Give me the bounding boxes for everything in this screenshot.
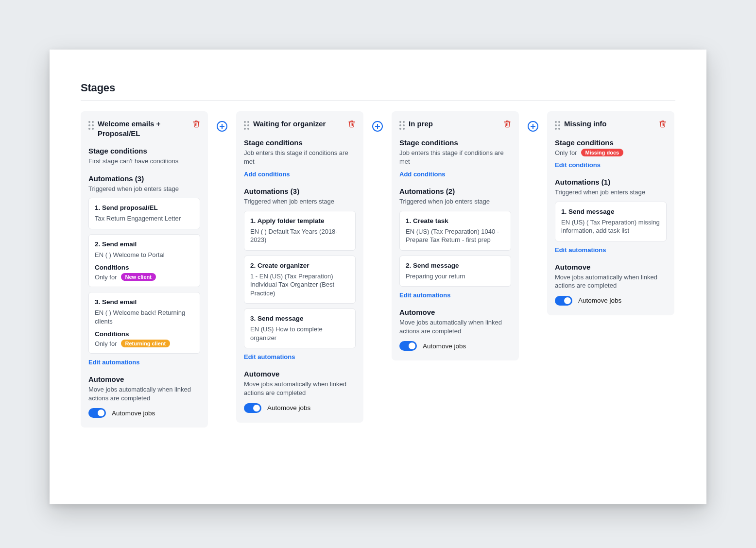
edit-automations-link[interactable]: Edit automations bbox=[555, 246, 606, 254]
edit-automations-link[interactable]: Edit automations bbox=[399, 291, 450, 299]
automation-card[interactable]: 1. Send proposal/EL Tax Return Engagemen… bbox=[88, 198, 200, 229]
conditions-desc: First stage can't have conditions bbox=[88, 157, 200, 166]
automove-header: Automove bbox=[88, 375, 200, 383]
add-stage-button[interactable] bbox=[528, 121, 538, 132]
automation-body: Tax Return Engagement Letter bbox=[95, 214, 194, 223]
automation-title: 2. Create organizer bbox=[250, 262, 349, 269]
automation-title: 1. Send message bbox=[561, 208, 660, 215]
automation-card[interactable]: 3. Send email EN ( ) Welcome back! Retur… bbox=[88, 292, 200, 354]
automations-desc: Triggered when job enters stage bbox=[399, 197, 511, 206]
automation-body: Preparing your return bbox=[406, 272, 505, 281]
stage-title: Welcome emails + Proposal/EL bbox=[98, 119, 189, 138]
only-for-label: Only for bbox=[95, 340, 117, 347]
add-stage-button[interactable] bbox=[372, 121, 383, 132]
edit-automations-link[interactable]: Edit automations bbox=[88, 359, 139, 366]
trash-icon[interactable] bbox=[348, 120, 356, 128]
stage-column-welcome: Welcome emails + Proposal/EL Stage condi… bbox=[81, 111, 208, 428]
automation-card[interactable]: 3. Send message EN (US) How to complete … bbox=[244, 308, 356, 348]
conditions-pill: Returning client bbox=[121, 340, 171, 347]
automove-desc: Move jobs automatically when linked acti… bbox=[399, 318, 511, 335]
automations-header: Automations (3) bbox=[88, 174, 200, 183]
add-conditions-link[interactable]: Add conditions bbox=[244, 171, 290, 178]
page-title: Stages bbox=[81, 82, 675, 101]
add-conditions-link[interactable]: Add conditions bbox=[399, 171, 446, 178]
automove-toggle-label: Automove jobs bbox=[112, 410, 155, 417]
drag-handle-icon[interactable] bbox=[244, 121, 249, 130]
automation-card[interactable]: 1. Send message EN (US) ( Tax Preparatio… bbox=[555, 202, 667, 241]
stage-column-in-prep: In prep Stage conditions Job enters this… bbox=[392, 111, 519, 360]
automation-card[interactable]: 1. Create task EN (US) (Tax Preparation)… bbox=[399, 211, 511, 251]
automation-body: EN (US) (Tax Preparation) 1040 - Prepare… bbox=[406, 227, 505, 244]
drag-handle-icon[interactable] bbox=[555, 121, 560, 130]
automations-desc: Triggered when job enters stage bbox=[555, 188, 667, 197]
automation-title: 3. Send message bbox=[250, 315, 349, 322]
automove-toggle-label: Automove jobs bbox=[578, 297, 621, 304]
conditions-header: Stage conditions bbox=[244, 138, 356, 147]
automove-header: Automove bbox=[555, 263, 667, 271]
conditions-desc: Job enters this stage if conditions are … bbox=[244, 149, 356, 166]
automove-toggle-label: Automove jobs bbox=[267, 404, 310, 411]
automation-conditions-header: Conditions bbox=[95, 330, 194, 338]
only-for-label: Only for bbox=[95, 274, 117, 281]
only-for-label: Only for bbox=[555, 149, 577, 156]
automation-body: EN ( ) Welcome to Portal bbox=[95, 251, 194, 259]
automation-title: 1. Apply folder template bbox=[250, 217, 349, 224]
automove-toggle[interactable] bbox=[88, 408, 106, 418]
drag-handle-icon[interactable] bbox=[88, 121, 94, 130]
automations-header: Automations (1) bbox=[555, 178, 667, 186]
automation-body: 1 - EN (US) (Tax Preparation) Individual… bbox=[250, 272, 349, 298]
trash-icon[interactable] bbox=[192, 120, 200, 128]
conditions-pill: Missing docs bbox=[581, 149, 624, 156]
stage-title: Waiting for organizer bbox=[253, 119, 344, 129]
trash-icon[interactable] bbox=[503, 120, 511, 128]
automation-body: EN ( ) Default Tax Years (2018-2023) bbox=[250, 227, 349, 244]
automove-toggle[interactable] bbox=[244, 403, 261, 413]
automation-title: 1. Create task bbox=[406, 217, 505, 224]
automation-title: 2. Send email bbox=[95, 240, 194, 248]
automation-card[interactable]: 2. Send email EN ( ) Welcome to Portal C… bbox=[88, 234, 200, 288]
edit-automations-link[interactable]: Edit automations bbox=[244, 353, 295, 360]
automove-toggle-label: Automove jobs bbox=[423, 342, 466, 350]
automove-desc: Move jobs automatically when linked acti… bbox=[555, 273, 667, 290]
automation-title: 1. Send proposal/EL bbox=[95, 204, 194, 211]
stage-title: In prep bbox=[409, 119, 499, 129]
automove-toggle[interactable] bbox=[399, 341, 417, 351]
edit-conditions-link[interactable]: Edit conditions bbox=[555, 161, 601, 169]
automation-body: EN ( ) Welcome back! Returning clients bbox=[95, 308, 194, 325]
stage-column-missing-info: Missing info Stage conditions Only for M… bbox=[547, 111, 674, 315]
add-stage-button[interactable] bbox=[217, 121, 227, 132]
automove-desc: Move jobs automatically when linked acti… bbox=[244, 380, 356, 397]
automove-header: Automove bbox=[399, 308, 511, 316]
conditions-header: Stage conditions bbox=[88, 147, 200, 155]
automation-body: EN (US) How to complete organizer bbox=[250, 325, 349, 342]
automation-title: 2. Send message bbox=[406, 262, 505, 269]
automation-body: EN (US) ( Tax Preparation) missing infor… bbox=[561, 218, 660, 235]
stage-column-waiting: Waiting for organizer Stage conditions J… bbox=[236, 111, 363, 423]
automove-toggle[interactable] bbox=[555, 296, 572, 306]
trash-icon[interactable] bbox=[659, 120, 667, 128]
stages-row: Welcome emails + Proposal/EL Stage condi… bbox=[81, 111, 675, 428]
conditions-header: Stage conditions bbox=[399, 138, 511, 147]
automations-desc: Triggered when job enters stage bbox=[88, 185, 200, 193]
automations-desc: Triggered when job enters stage bbox=[244, 197, 356, 206]
automation-title: 3. Send email bbox=[95, 298, 194, 306]
automove-header: Automove bbox=[244, 370, 356, 378]
automation-conditions-header: Conditions bbox=[95, 264, 194, 271]
automation-card[interactable]: 2. Send message Preparing your return bbox=[399, 256, 511, 287]
drag-handle-icon[interactable] bbox=[399, 121, 405, 130]
automation-card[interactable]: 2. Create organizer 1 - EN (US) (Tax Pre… bbox=[244, 256, 356, 304]
automations-header: Automations (2) bbox=[399, 187, 511, 195]
conditions-desc: Job enters this stage if conditions are … bbox=[399, 149, 511, 166]
conditions-pill: New client bbox=[121, 273, 156, 281]
automations-header: Automations (3) bbox=[244, 187, 356, 195]
conditions-header: Stage conditions bbox=[555, 138, 667, 147]
automation-card[interactable]: 1. Apply folder template EN ( ) Default … bbox=[244, 211, 356, 251]
automove-desc: Move jobs automatically when linked acti… bbox=[88, 385, 200, 402]
stage-title: Missing info bbox=[564, 119, 655, 129]
